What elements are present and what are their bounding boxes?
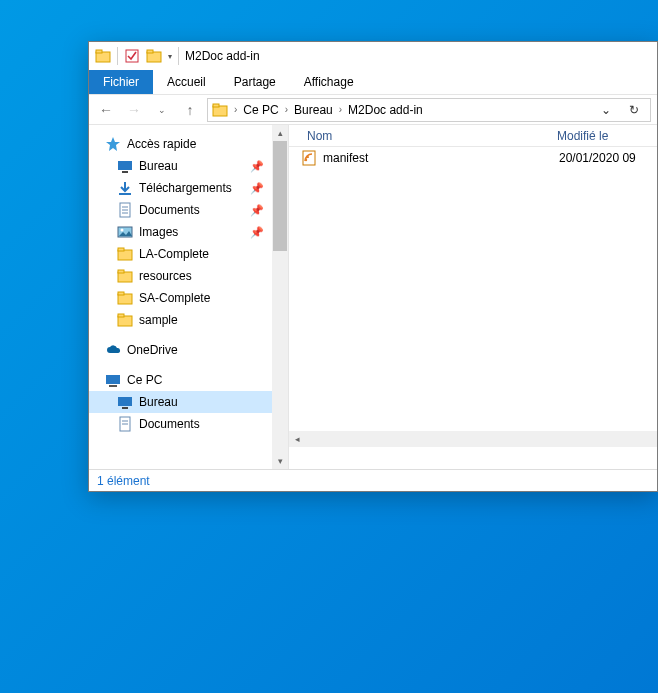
- tree-label: Ce PC: [127, 373, 162, 387]
- separator: [178, 47, 179, 65]
- file-name: manifest: [323, 151, 553, 165]
- status-bar: 1 élément: [89, 469, 657, 491]
- desktop-icon: [117, 158, 133, 174]
- breadcrumb-item[interactable]: M2Doc add-in: [348, 103, 423, 117]
- file-row[interactable]: manifest 20/01/2020 09: [289, 147, 657, 169]
- tree-label: Bureau: [139, 159, 178, 173]
- tree-label: SA-Complete: [139, 291, 210, 305]
- folder-icon: [212, 102, 228, 118]
- svg-rect-20: [118, 270, 124, 273]
- svg-rect-26: [109, 385, 117, 387]
- tree-item-downloads[interactable]: Téléchargements 📌: [89, 177, 288, 199]
- file-modified: 20/01/2020 09: [559, 151, 636, 165]
- tree-label: Images: [139, 225, 178, 239]
- window-title: M2Doc add-in: [185, 49, 260, 63]
- tab-partage[interactable]: Partage: [220, 70, 290, 94]
- tree: Accès rapide Bureau 📌 Téléchargements 📌 …: [89, 125, 288, 439]
- column-name[interactable]: Nom: [295, 129, 545, 143]
- cloud-icon: [105, 342, 121, 358]
- download-icon: [117, 180, 133, 196]
- tree-label: sample: [139, 313, 178, 327]
- svg-rect-32: [303, 151, 315, 165]
- pin-icon: 📌: [250, 204, 264, 217]
- chevron-right-icon[interactable]: ›: [232, 104, 239, 115]
- chevron-right-icon[interactable]: ›: [283, 104, 290, 115]
- quick-access[interactable]: Accès rapide: [89, 133, 288, 155]
- explorer-window: ▾ M2Doc add-in Fichier Accueil Partage A…: [88, 41, 658, 492]
- up-button[interactable]: ↑: [179, 99, 201, 121]
- svg-rect-2: [126, 50, 138, 62]
- desktop-icon: [117, 394, 133, 410]
- tree-item-folder[interactable]: sample: [89, 309, 288, 331]
- svg-rect-28: [122, 407, 128, 409]
- svg-rect-9: [122, 171, 128, 173]
- document-icon: [117, 202, 133, 218]
- forward-button[interactable]: →: [123, 99, 145, 121]
- refresh-icon[interactable]: ↻: [622, 99, 646, 121]
- nav-scrollbar[interactable]: ▴ ▾: [272, 125, 288, 469]
- column-headers: Nom Modifié le: [289, 125, 657, 147]
- folder-open-icon[interactable]: [146, 48, 162, 64]
- breadcrumb-item[interactable]: Ce PC: [243, 103, 278, 117]
- status-count: 1 élément: [97, 474, 150, 488]
- svg-rect-1: [96, 50, 102, 53]
- svg-rect-22: [118, 292, 124, 295]
- address-bar: ← → ⌄ ↑ › Ce PC › Bureau › M2Doc add-in …: [89, 95, 657, 125]
- scroll-down-icon[interactable]: ▾: [272, 453, 288, 469]
- horizontal-scrollbar[interactable]: ◂: [289, 431, 657, 447]
- tree-item-documents[interactable]: Documents 📌: [89, 199, 288, 221]
- svg-rect-24: [118, 314, 124, 317]
- chevron-right-icon[interactable]: ›: [337, 104, 344, 115]
- ribbon-tabs: Fichier Accueil Partage Affichage: [89, 70, 657, 95]
- this-pc[interactable]: Ce PC: [89, 369, 288, 391]
- onedrive[interactable]: OneDrive: [89, 339, 288, 361]
- folder-icon: [95, 48, 111, 64]
- tree-label: resources: [139, 269, 192, 283]
- xml-file-icon: [301, 150, 317, 166]
- document-icon: [117, 416, 133, 432]
- tree-item-bureau[interactable]: Bureau 📌: [89, 155, 288, 177]
- tree-item-images[interactable]: Images 📌: [89, 221, 288, 243]
- svg-rect-25: [106, 375, 120, 384]
- tab-fichier[interactable]: Fichier: [89, 70, 153, 94]
- svg-marker-7: [106, 137, 120, 151]
- chevron-down-icon[interactable]: ⌄: [594, 99, 618, 121]
- folder-icon: [117, 268, 133, 284]
- content-pane: Nom Modifié le manifest 20/01/2020 09 ◂: [289, 125, 657, 469]
- chevron-down-icon[interactable]: ▾: [168, 52, 172, 61]
- file-list: manifest 20/01/2020 09: [289, 147, 657, 469]
- tree-item-documents[interactable]: Documents: [89, 413, 288, 435]
- folder-icon: [117, 290, 133, 306]
- tab-affichage[interactable]: Affichage: [290, 70, 368, 94]
- navigation-pane: Accès rapide Bureau 📌 Téléchargements 📌 …: [89, 125, 289, 469]
- folder-icon: [117, 246, 133, 262]
- tree-label: Accès rapide: [127, 137, 196, 151]
- titlebar: ▾ M2Doc add-in: [89, 42, 657, 70]
- back-button[interactable]: ←: [95, 99, 117, 121]
- recent-button[interactable]: ⌄: [151, 99, 173, 121]
- separator: [117, 47, 118, 65]
- tree-label: OneDrive: [127, 343, 178, 357]
- tab-accueil[interactable]: Accueil: [153, 70, 220, 94]
- tree-item-bureau[interactable]: Bureau: [89, 391, 288, 413]
- tree-item-folder[interactable]: SA-Complete: [89, 287, 288, 309]
- pc-icon: [105, 372, 121, 388]
- pin-icon: 📌: [250, 182, 264, 195]
- svg-point-16: [121, 229, 124, 232]
- tree-item-folder[interactable]: resources: [89, 265, 288, 287]
- image-icon: [117, 224, 133, 240]
- tree-label: Téléchargements: [139, 181, 232, 195]
- scroll-up-icon[interactable]: ▴: [272, 125, 288, 141]
- column-modified[interactable]: Modifié le: [545, 129, 620, 143]
- scroll-left-icon[interactable]: ◂: [289, 431, 305, 447]
- svg-rect-18: [118, 248, 124, 251]
- breadcrumb[interactable]: › Ce PC › Bureau › M2Doc add-in ⌄ ↻: [207, 98, 651, 122]
- checkbox-icon[interactable]: [124, 48, 140, 64]
- scroll-thumb[interactable]: [273, 141, 287, 251]
- tree-item-folder[interactable]: LA-Complete: [89, 243, 288, 265]
- tree-label: LA-Complete: [139, 247, 209, 261]
- pin-icon: 📌: [250, 160, 264, 173]
- breadcrumb-item[interactable]: Bureau: [294, 103, 333, 117]
- svg-rect-8: [118, 161, 132, 170]
- svg-rect-4: [147, 50, 153, 53]
